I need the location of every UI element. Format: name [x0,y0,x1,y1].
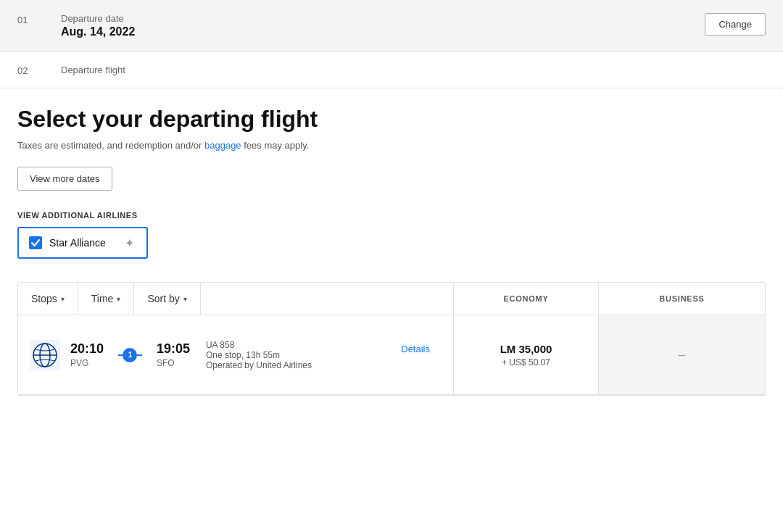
arrive-info: 19:05 SFO [157,341,190,368]
step2-label: Departure flight [61,65,125,75]
step1-number: 01 [17,13,38,25]
stop-info: One stop, 13h 55m [206,350,312,360]
sort-by-filter-button[interactable]: Sort by ▾ [134,283,200,315]
business-dash: – [678,347,685,362]
filter-bar: Stops ▾ Time ▾ Sort by ▾ ECONOMY BUSINES… [18,283,765,315]
depart-time: 20:10 [70,341,104,357]
arrive-airport: SFO [157,358,190,368]
time-chevron-icon: ▾ [117,295,120,303]
table-row: 20:10 PVG 1 19:05 SFO [18,315,765,395]
filter-spacer [201,283,453,315]
economy-miles: LM 35,000 [500,343,552,355]
economy-column-header: ECONOMY [453,283,598,315]
economy-usd: + US$ 50.07 [502,357,550,367]
change-button[interactable]: Change [705,13,766,36]
business-price-cell[interactable]: – [598,315,765,394]
economy-price-cell[interactable]: LM 35,000 + US$ 50.07 [453,315,598,394]
flight-table: Stops ▾ Time ▾ Sort by ▾ ECONOMY BUSINES… [17,282,766,396]
stops-filter-button[interactable]: Stops ▾ [18,283,78,315]
star-alliance-icon: ✦ [122,236,136,250]
flight-line: 1 [112,348,148,362]
operator-info: Operated by United Airlines [206,360,312,370]
stops-chevron-icon: ▾ [61,295,65,303]
step1-value: Aug. 14, 2022 [61,25,135,38]
baggage-link[interactable]: baggage [204,140,241,151]
star-alliance-label: Star Alliance [49,237,115,249]
depart-info: 20:10 PVG [70,341,104,368]
flight-details: UA 858 One stop, 13h 55m Operated by Uni… [200,340,312,370]
flight-info: 20:10 PVG 1 19:05 SFO [18,315,453,394]
main-content: Select your departing flight Taxes are e… [0,88,783,396]
airline-logo [30,340,60,370]
step1-section: 01 Departure date Aug. 14, 2022 Change [0,0,783,52]
details-link[interactable]: Details [401,344,442,366]
business-column-header: BUSINESS [598,283,765,315]
line-right [137,354,141,356]
stop-indicator: 1 [123,348,137,362]
step2-section: 02 Departure flight [0,52,783,88]
time-filter-button[interactable]: Time ▾ [78,283,135,315]
view-additional-label: VIEW ADDITIONAL AIRLINES [17,211,766,220]
view-dates-button[interactable]: View more dates [17,167,112,191]
step1-label: Departure date [61,13,135,24]
arrive-time: 19:05 [157,341,190,357]
tax-notice: Taxes are estimated, and redemption and/… [17,140,766,151]
flight-times: 20:10 PVG 1 19:05 SFO [70,341,190,368]
star-alliance-checkbox-container[interactable]: Star Alliance ✦ [17,227,148,259]
sort-chevron-icon: ▾ [183,295,187,303]
star-alliance-checkbox [29,236,42,249]
step2-number: 02 [17,64,38,76]
depart-airport: PVG [70,358,104,368]
page-heading: Select your departing flight [17,106,766,133]
details-link-container: Details [322,344,442,366]
flight-number: UA 858 [206,340,312,350]
